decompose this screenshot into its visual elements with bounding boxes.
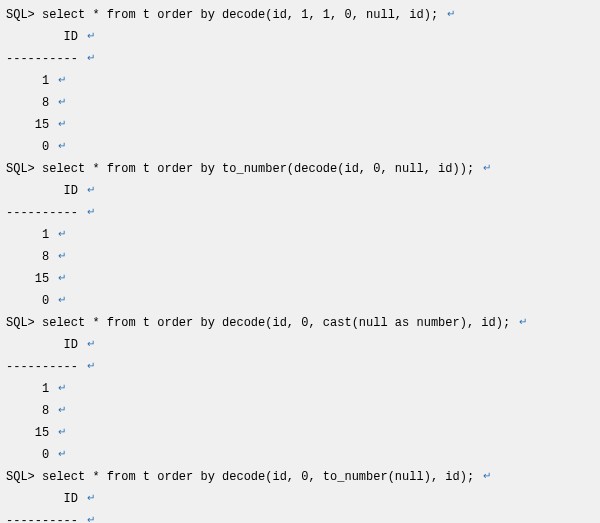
line-break-marker: ↵ <box>58 377 66 398</box>
line-break-marker: ↵ <box>87 355 95 376</box>
result-row: 0 ↵ <box>6 136 594 158</box>
result-value: 8 <box>6 93 49 114</box>
result-value: 8 <box>6 401 49 422</box>
line-break-marker: ↵ <box>87 25 95 46</box>
query-text: select * from t order by decode(id, 1, 1… <box>42 8 438 22</box>
column-header: ID <box>6 335 78 356</box>
result-row: 0 ↵ <box>6 290 594 312</box>
line-break-marker: ↵ <box>87 333 95 354</box>
sql-prompt: SQL> <box>6 162 35 176</box>
line-break-marker: ↵ <box>483 465 491 486</box>
line-break-marker: ↵ <box>58 245 66 266</box>
result-divider-line: ---------- ↵ <box>6 48 594 70</box>
sql-prompt: SQL> <box>6 316 35 330</box>
sql-command-line: SQL> select * from t order by decode(id,… <box>6 466 594 488</box>
line-break-marker: ↵ <box>58 421 66 442</box>
result-header-line: ID ↵ <box>6 334 594 356</box>
result-value: 15 <box>6 269 49 290</box>
result-divider: ---------- <box>6 49 85 70</box>
result-divider: ---------- <box>6 203 85 224</box>
line-break-marker: ↵ <box>58 135 66 156</box>
result-value: 15 <box>6 115 49 136</box>
line-break-marker: ↵ <box>87 487 95 508</box>
line-break-marker: ↵ <box>58 113 66 134</box>
result-value: 1 <box>6 225 49 246</box>
line-break-marker: ↵ <box>483 157 491 178</box>
result-value: 0 <box>6 137 49 158</box>
result-value: 1 <box>6 379 49 400</box>
line-break-marker: ↵ <box>58 223 66 244</box>
line-break-marker: ↵ <box>87 509 95 523</box>
sql-command-line: SQL> select * from t order by decode(id,… <box>6 4 594 26</box>
result-divider: ---------- <box>6 511 85 523</box>
result-value: 15 <box>6 423 49 444</box>
result-divider: ---------- <box>6 357 85 378</box>
line-break-marker: ↵ <box>447 3 455 24</box>
line-break-marker: ↵ <box>87 201 95 222</box>
result-header-line: ID ↵ <box>6 488 594 510</box>
line-break-marker: ↵ <box>58 399 66 420</box>
column-header: ID <box>6 489 78 510</box>
result-value: 1 <box>6 71 49 92</box>
line-break-marker: ↵ <box>58 69 66 90</box>
result-value: 8 <box>6 247 49 268</box>
result-header-line: ID ↵ <box>6 180 594 202</box>
column-header: ID <box>6 27 78 48</box>
line-break-marker: ↵ <box>58 443 66 464</box>
line-break-marker: ↵ <box>87 47 95 68</box>
query-line: SQL> select * from t order by decode(id,… <box>6 313 517 334</box>
line-break-marker: ↵ <box>58 267 66 288</box>
result-divider-line: ---------- ↵ <box>6 202 594 224</box>
column-header: ID <box>6 181 78 202</box>
result-value: 0 <box>6 291 49 312</box>
sql-command-line: SQL> select * from t order by to_number(… <box>6 158 594 180</box>
result-row: 1 ↵ <box>6 378 594 400</box>
query-text: select * from t order by to_number(decod… <box>42 162 474 176</box>
query-line: SQL> select * from t order by decode(id,… <box>6 5 445 26</box>
result-row: 1 ↵ <box>6 70 594 92</box>
result-row: 15 ↵ <box>6 114 594 136</box>
terminal-output: SQL> select * from t order by decode(id,… <box>0 0 600 523</box>
result-row: 8 ↵ <box>6 92 594 114</box>
query-text: select * from t order by decode(id, 0, c… <box>42 316 510 330</box>
line-break-marker: ↵ <box>519 311 527 332</box>
line-break-marker: ↵ <box>58 289 66 310</box>
result-row: 8 ↵ <box>6 246 594 268</box>
result-value: 0 <box>6 445 49 466</box>
result-row: 15 ↵ <box>6 268 594 290</box>
sql-prompt: SQL> <box>6 470 35 484</box>
result-divider-line: ---------- ↵ <box>6 356 594 378</box>
line-break-marker: ↵ <box>58 91 66 112</box>
result-row: 1 ↵ <box>6 224 594 246</box>
query-text: select * from t order by decode(id, 0, t… <box>42 470 474 484</box>
result-row: 0 ↵ <box>6 444 594 466</box>
result-divider-line: ---------- ↵ <box>6 510 594 523</box>
result-row: 8 ↵ <box>6 400 594 422</box>
result-row: 15 ↵ <box>6 422 594 444</box>
query-line: SQL> select * from t order by decode(id,… <box>6 467 481 488</box>
sql-prompt: SQL> <box>6 8 35 22</box>
sql-command-line: SQL> select * from t order by decode(id,… <box>6 312 594 334</box>
line-break-marker: ↵ <box>87 179 95 200</box>
result-header-line: ID ↵ <box>6 26 594 48</box>
query-line: SQL> select * from t order by to_number(… <box>6 159 481 180</box>
